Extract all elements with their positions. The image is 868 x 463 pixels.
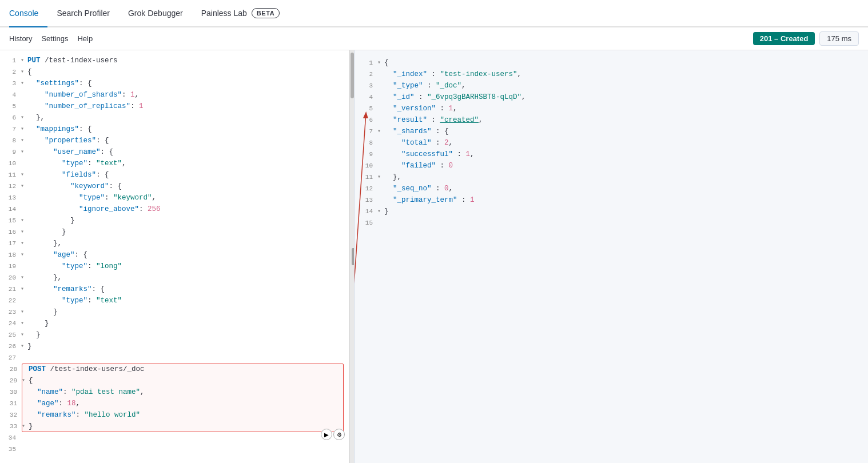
output-line-6: 6 "result" : "created", [355,114,868,126]
output-line-1: 1 ▾ { [355,57,868,69]
tab-search-profiler[interactable]: Search Profiler [47,0,119,27]
top-nav: Console Search Profiler Grok Debugger Pa… [0,0,868,27]
main-content: 1 ▾ PUT /test-index-users 2 ▾ { 3 ▾ "set… [0,50,868,463]
help-nav-item[interactable]: Help [77,32,93,45]
beta-badge: BETA [252,8,280,18]
editor-line-32: 32 "remarks": "hello world" [1,409,344,421]
tab-console[interactable]: Console [9,0,47,27]
editor-panel: 1 ▾ PUT /test-index-users 2 ▾ { 3 ▾ "set… [0,50,355,463]
output-line-4: 4 "_id" : "_6vpq3gBARHSBT8-qLqD", [355,91,868,103]
editor-line-26: 26 ▾ } [0,341,345,352]
editor-line-22: 22 "type": "text" [0,295,345,306]
editor-line-14: 14 "ignore_above": 256 [0,203,345,215]
output-line-7: 7 ▾ "_shards" : { [355,126,868,137]
wrench-button[interactable]: ⚙ [333,429,345,440]
output-panel: 1 ▾ { 2 "_index" : "test-index-users", 3… [355,50,868,463]
editor-line-29: 29 ▾ { [1,375,344,386]
output-line-8: 8 "total" : 2, [355,137,868,149]
output-line-9: 9 "successful" : 1, [355,149,868,160]
output-line-5: 5 "_version" : 1, [355,103,868,114]
editor-line-3: 3 ▾ "settings": { [0,78,345,89]
editor-line-17: 17 ▾ }, [0,238,345,249]
editor-line-8: 8 ▾ "properties": { [0,135,345,146]
editor-line-18: 18 ▾ "age": { [0,249,345,261]
editor-line-2: 2 ▾ { [0,66,345,78]
editor-line-7: 7 ▾ "mappings": { [0,123,345,135]
code-area[interactable]: 1 ▾ PUT /test-index-users 2 ▾ { 3 ▾ "set… [0,50,354,463]
output-line-10: 10 "failed" : 0 [355,160,868,171]
editor-line-10: 10 "type": "text", [0,158,345,169]
editor-scrollbar[interactable]: ⋮ [349,50,354,463]
editor-line-34: 34 [0,432,345,444]
editor-line-5: 5 "number_of_replicas": 1 [0,101,345,112]
editor-line-13: 13 "type": "keyword", [0,192,345,203]
editor-line-35: 35 [0,444,345,455]
output-line-15: 15 [355,217,868,229]
editor-line-21: 21 ▾ "remarks": { [0,284,345,295]
history-nav-item[interactable]: History [9,32,32,45]
editor-line-9: 9 ▾ "user_name": { [0,146,345,158]
time-badge: 175 ms [819,31,859,46]
output-line-14: 14 ▾ } [355,206,868,217]
editor-line-12: 12 ▾ "keyword": { [0,181,345,192]
run-button-area: ▶ ⚙ [321,429,345,440]
output-line-2: 2 "_index" : "test-index-users", [355,69,868,80]
editor-line-1: 1 ▾ PUT /test-index-users [0,55,345,66]
tab-painless-lab[interactable]: Painless Lab BETA [192,0,289,27]
output-line-12: 12 "_seq_no" : 0, [355,183,868,194]
app-container: Console Search Profiler Grok Debugger Pa… [0,0,868,463]
output-line-13: 13 "_primary_term" : 1 [355,194,868,206]
editor-line-31: 31 "age": 18, [1,398,344,409]
tab-grok-debugger[interactable]: Grok Debugger [119,0,192,27]
editor-line-4: 4 "number_of_shards": 1, [0,89,345,101]
editor-line-28: 28 POST /test-index-users/_doc [1,364,344,375]
editor-line-19: 19 "type": "long" [0,261,345,272]
run-button[interactable]: ▶ [321,429,332,440]
editor-line-24: 24 ▾ } [0,318,345,329]
settings-nav-item[interactable]: Settings [41,32,68,45]
editor-line-11: 11 ▾ "fields": { [0,169,345,181]
editor-line-6: 6 ▾ }, [0,112,345,123]
editor-line-23: 23 ▾ } [0,306,345,318]
editor-line-27: 27 [0,352,345,364]
output-line-11: 11 ▾ }, [355,171,868,183]
editor-line-30: 30 "name": "pdai test name", [1,386,344,398]
editor-line-33: 33 ▾ } [1,421,344,432]
editor-line-20: 20 ▾ }, [0,272,345,284]
secondary-nav: History Settings Help 201 – Created 175 … [0,27,868,50]
editor-line-15: 15 ▾ } [0,215,345,226]
status-badge: 201 – Created [753,32,815,45]
editor-line-16: 16 ▾ } [0,226,345,238]
output-line-3: 3 "_type" : "_doc", [355,80,868,91]
output-code-area: 1 ▾ { 2 "_index" : "test-index-users", 3… [355,50,868,233]
editor-line-25: 25 ▾ } [0,329,345,341]
